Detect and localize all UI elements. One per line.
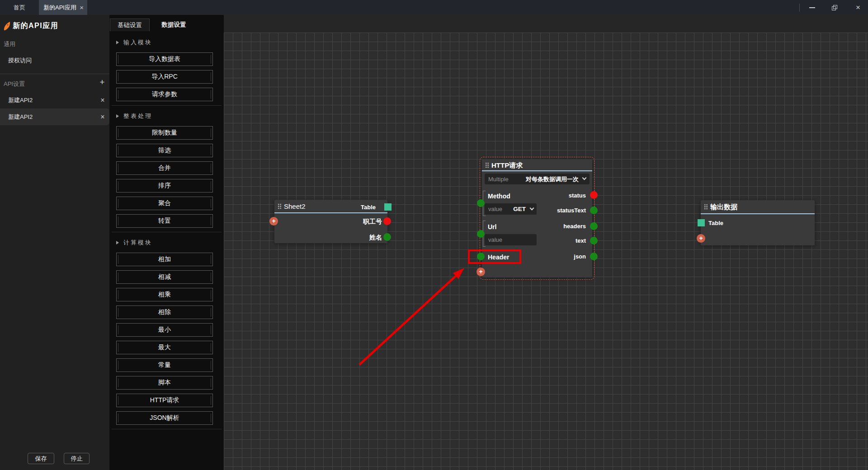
window-tab-home[interactable]: 首页: [5, 0, 34, 15]
multiple-select[interactable]: Multiple 对每条数据调用一次: [485, 174, 590, 184]
module-button[interactable]: 转置: [116, 214, 213, 228]
node-http-request[interactable]: HTTP请求 Multiple 对每条数据调用一次 Method status …: [482, 159, 592, 277]
group-label-api-settings: API设置: [4, 80, 25, 88]
node-sheet2[interactable]: Sheet2 Table + 职工号 姓名: [274, 200, 387, 243]
sidebar: 新的API应用 通用 授权访问 API设置 + 新建API2 × 新建API2 …: [0, 15, 109, 470]
module-button[interactable]: 脚本: [116, 376, 213, 390]
output-label: headers: [563, 223, 586, 230]
sidebar-item-label: 授权访问: [8, 56, 32, 65]
module-button[interactable]: 相加: [116, 253, 213, 266]
module-button[interactable]: 相减: [116, 270, 213, 284]
app-window: 首页 新的API应用 × × 新的API应用 通用 授权访问 API设置 +: [0, 0, 868, 470]
sidebar-item-authorized-access[interactable]: 授权访问: [0, 52, 109, 69]
input-port-green[interactable]: [477, 230, 485, 238]
drag-handle-icon[interactable]: [485, 162, 489, 168]
add-api-button[interactable]: +: [98, 78, 107, 87]
output-port-green[interactable]: [590, 207, 598, 214]
sidebar-item-api-selected[interactable]: 新建API2 ×: [0, 108, 109, 125]
item-close-icon[interactable]: ×: [99, 113, 106, 121]
section-header-table[interactable]: 整表处理: [116, 112, 224, 120]
divider: [112, 429, 222, 429]
add-port-button[interactable]: +: [269, 217, 278, 226]
module-button[interactable]: HTTP请求: [116, 394, 213, 407]
module-panel: 基础设置 数据设置 输入模块 导入数据表 导入RPC 请求参数 整表处理 限制数…: [109, 15, 224, 470]
module-button[interactable]: 导入RPC: [116, 70, 213, 84]
node-underline: [701, 213, 815, 214]
add-port-button[interactable]: +: [697, 234, 705, 243]
module-button[interactable]: 相乘: [116, 288, 213, 301]
divider: [0, 74, 109, 74]
module-button[interactable]: 最大: [116, 341, 213, 354]
add-port-button[interactable]: +: [476, 268, 485, 276]
module-button[interactable]: 最小: [116, 323, 213, 337]
restore-button[interactable]: [827, 0, 842, 15]
table-port[interactable]: [698, 219, 705, 226]
chevron-down-icon: [530, 206, 534, 211]
section-header-compute[interactable]: 计算模块: [116, 239, 224, 247]
module-button[interactable]: 筛选: [116, 144, 213, 157]
input-label: Table: [708, 220, 723, 226]
node-output-data[interactable]: 输出数据 Table +: [701, 200, 815, 245]
collapse-arrow-icon: [116, 114, 119, 118]
flow-canvas[interactable]: Sheet2 Table + 职工号 姓名 HTTP请求 Multiple 对每…: [224, 15, 868, 470]
section-title: 计算模块: [123, 239, 152, 247]
save-button[interactable]: 保存: [28, 453, 54, 464]
tab-label: 基础设置: [118, 21, 142, 29]
output-port-green[interactable]: [590, 237, 598, 244]
output-port-red[interactable]: [590, 191, 598, 199]
table-port[interactable]: [384, 203, 392, 211]
tab-close-icon[interactable]: ×: [80, 4, 84, 11]
tab-label: 数据设置: [162, 21, 186, 29]
sidebar-item-api[interactable]: 新建API2 ×: [0, 92, 109, 108]
output-port-red[interactable]: [383, 217, 391, 225]
tab-basic-settings[interactable]: 基础设置: [110, 19, 150, 31]
output-label: json: [574, 253, 586, 260]
sidebar-item-label: 新建API2: [8, 96, 33, 104]
node-underline: [482, 170, 592, 171]
node-underline: [274, 212, 387, 213]
item-close-icon[interactable]: ×: [99, 96, 106, 104]
module-button[interactable]: 请求参数: [116, 88, 213, 101]
section-header-input[interactable]: 输入模块: [116, 38, 224, 47]
output-port-green[interactable]: [590, 222, 598, 230]
divider: [112, 105, 222, 106]
method-value-box[interactable]: GET: [485, 203, 537, 215]
value-input[interactable]: [488, 234, 525, 245]
module-button[interactable]: 常量: [116, 358, 213, 372]
node-title: 输出数据: [710, 203, 737, 212]
node-title: HTTP请求: [491, 161, 523, 170]
input-label: Url: [488, 223, 496, 230]
field-label: 姓名: [369, 234, 382, 242]
group-label-general: 通用: [4, 40, 15, 48]
divider: [112, 232, 222, 232]
window-tab-active[interactable]: 新的API应用 ×: [39, 0, 87, 15]
sidebar-item-label: 新建API2: [8, 113, 33, 121]
url-value-box[interactable]: [485, 234, 537, 245]
module-button[interactable]: 限制数量: [116, 126, 213, 140]
input-label: Method: [488, 193, 510, 200]
restore-icon: [832, 5, 837, 10]
drag-handle-icon[interactable]: [278, 203, 282, 209]
minimize-icon: [809, 7, 815, 8]
input-label: Header: [488, 254, 509, 261]
window-tab-label: 新的API应用: [43, 4, 76, 12]
rocket-icon: [3, 21, 11, 31]
tab-data-settings[interactable]: 数据设置: [150, 19, 198, 31]
app-title: 新的API应用: [13, 21, 58, 31]
multiple-value: 对每条数据调用一次: [526, 175, 579, 183]
drag-handle-icon[interactable]: [704, 204, 708, 210]
module-button[interactable]: JSON解析: [116, 411, 213, 425]
input-port-green[interactable]: [477, 199, 485, 207]
module-button[interactable]: 合并: [116, 161, 213, 175]
module-button[interactable]: 排序: [116, 179, 213, 193]
module-button[interactable]: 聚合: [116, 197, 213, 210]
close-button[interactable]: ×: [850, 0, 866, 15]
module-button[interactable]: 导入数据表: [116, 52, 213, 66]
output-port-green[interactable]: [383, 233, 391, 241]
output-port-green[interactable]: [590, 253, 598, 260]
minimize-button[interactable]: [804, 0, 820, 15]
stop-button[interactable]: 停止: [64, 453, 90, 464]
module-button[interactable]: 相除: [116, 306, 213, 319]
input-port-green[interactable]: [477, 253, 485, 260]
section-title: 输入模块: [123, 38, 152, 47]
